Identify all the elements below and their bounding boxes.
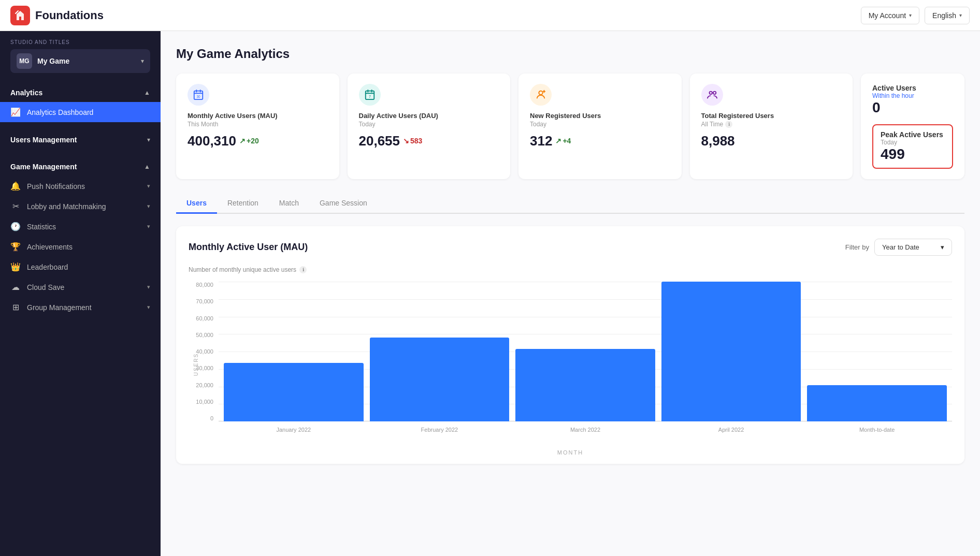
cloud-save-icon: ☁ xyxy=(10,282,21,292)
sidebar-item-achievements[interactable]: 🏆 Achievements xyxy=(0,237,161,257)
achievements-icon: 🏆 xyxy=(10,242,21,252)
push-notifications-chevron-icon: ▾ xyxy=(147,183,150,189)
layout: STUDIO AND TITLES MG My Game ▾ Analytics… xyxy=(0,31,980,556)
y-label-50k: 50,000 xyxy=(196,332,213,338)
account-chevron-icon: ▾ xyxy=(909,12,912,18)
logo-text: Foundations xyxy=(35,9,104,22)
info-icon[interactable]: ℹ xyxy=(725,121,732,128)
bar-mar xyxy=(515,349,655,421)
new-users-sublabel: Today xyxy=(530,121,670,128)
x-label-apr: April 2022 xyxy=(661,425,801,434)
statistics-chevron-icon: ▾ xyxy=(147,223,150,230)
game-management-section-header[interactable]: Game Management ▲ xyxy=(0,157,161,176)
dau-icon: 7 xyxy=(359,84,381,106)
lobby-matchmaking-chevron-icon: ▾ xyxy=(147,203,150,210)
tab-match[interactable]: Match xyxy=(269,194,309,214)
bar-group-feb xyxy=(370,282,510,421)
nav-right: My Account ▾ English ▾ xyxy=(861,7,970,24)
sidebar: STUDIO AND TITLES MG My Game ▾ Analytics… xyxy=(0,31,161,556)
filter-value: Year to Date xyxy=(882,243,919,251)
bar-group-mtd xyxy=(807,282,947,421)
stat-card-mau: 30 Monthly Active Users (MAU) This Month… xyxy=(176,74,339,179)
sidebar-item-statistics[interactable]: 🕐 Statistics ▾ xyxy=(0,216,161,237)
sidebar-item-push-notifications[interactable]: 🔔 Push Notifications ▾ xyxy=(0,176,161,196)
stat-cards-row: 30 Monthly Active Users (MAU) This Month… xyxy=(176,74,964,179)
statistics-icon: 🕐 xyxy=(10,222,21,231)
sidebar-item-analytics-dashboard[interactable]: 📈 Analytics Dashboard xyxy=(0,102,161,122)
group-management-chevron-icon: ▾ xyxy=(147,304,150,311)
sidebar-item-leaderboard[interactable]: 👑 Leaderboard xyxy=(0,257,161,277)
chart-header: Monthly Active User (MAU) Filter by Year… xyxy=(189,239,952,256)
y-label-60k: 60,000 xyxy=(196,315,213,321)
svg-point-10 xyxy=(539,91,542,95)
my-account-dropdown[interactable]: My Account ▾ xyxy=(861,7,919,24)
chart-section: Monthly Active User (MAU) Filter by Year… xyxy=(176,226,964,464)
svg-text:30: 30 xyxy=(196,95,200,98)
language-dropdown[interactable]: English ▾ xyxy=(925,7,970,24)
page-title: My Game Analytics xyxy=(176,47,964,61)
x-label-mtd: Month-to-date xyxy=(807,425,947,434)
x-axis-title: MONTH xyxy=(189,449,952,456)
logo-icon xyxy=(10,6,30,25)
users-management-chevron-icon: ▾ xyxy=(147,136,150,143)
dau-trend: ↘583 xyxy=(403,137,422,145)
cloud-save-label: Cloud Save xyxy=(27,283,64,291)
lobby-matchmaking-icon: ✂ xyxy=(10,201,21,211)
analytics-section-header[interactable]: Analytics ▲ xyxy=(0,83,161,102)
mau-trend: ↗+20 xyxy=(239,137,259,145)
total-users-sublabel: All Time ℹ xyxy=(701,121,842,128)
filter-select[interactable]: Year to Date ▾ xyxy=(874,239,952,256)
group-management-label: Group Management xyxy=(27,303,92,312)
dau-sublabel: Today xyxy=(359,121,499,128)
sidebar-item-cloud-save[interactable]: ☁ Cloud Save ▾ xyxy=(0,277,161,297)
chart-subtitle: Number of monthly unique active users ℹ xyxy=(189,266,952,273)
bar-group-apr xyxy=(661,282,801,421)
x-label-feb: February 2022 xyxy=(370,425,510,434)
bar-apr xyxy=(661,282,801,421)
language-label: English xyxy=(932,11,956,20)
chart-info-icon[interactable]: ℹ xyxy=(299,266,307,273)
lobby-matchmaking-label: Lobby and Matchmaking xyxy=(27,202,106,211)
studio-name: My Game xyxy=(37,57,136,65)
mau-icon: 30 xyxy=(188,84,209,106)
group-management-icon: ⊞ xyxy=(10,302,21,312)
svg-text:7: 7 xyxy=(369,95,371,98)
new-users-label: New Registered Users xyxy=(530,112,670,121)
bar-group-mar xyxy=(515,282,655,421)
studio-selector[interactable]: MG My Game ▾ xyxy=(10,49,150,73)
y-label-70k: 70,000 xyxy=(196,298,213,304)
chart-title: Monthly Active User (MAU) xyxy=(189,242,308,253)
statistics-label: Statistics xyxy=(27,223,56,231)
dau-label: Daily Active Users (DAU) xyxy=(359,112,499,121)
active-users-value: 0 xyxy=(872,99,953,116)
nav-section-analytics: Analytics ▲ 📈 Analytics Dashboard xyxy=(0,79,161,126)
sidebar-item-group-management[interactable]: ⊞ Group Management ▾ xyxy=(0,297,161,317)
dau-value: 20,655 ↘583 xyxy=(359,133,499,149)
tab-game-session[interactable]: Game Session xyxy=(309,194,378,214)
tab-retention[interactable]: Retention xyxy=(217,194,269,214)
sidebar-item-lobby-matchmaking[interactable]: ✂ Lobby and Matchmaking ▾ xyxy=(0,196,161,216)
users-management-title: Users Management xyxy=(10,136,77,144)
new-users-icon xyxy=(530,84,552,106)
push-notifications-label: Push Notifications xyxy=(27,182,85,191)
y-label-0: 0 xyxy=(210,415,213,421)
users-management-section-header[interactable]: Users Management ▾ xyxy=(0,130,161,149)
top-nav: Foundations My Account ▾ English ▾ xyxy=(0,0,980,31)
tab-users[interactable]: Users xyxy=(176,194,217,214)
active-users-section: Active Users Within the hour 0 xyxy=(872,84,953,116)
svg-point-13 xyxy=(709,92,712,95)
y-axis-title: USERS xyxy=(193,353,199,376)
total-users-value: 8,988 xyxy=(701,133,842,149)
bars-container xyxy=(219,282,952,421)
bar-mtd xyxy=(807,385,947,421)
mau-sublabel: This Month xyxy=(188,121,328,128)
stat-card-total-users: Total Registered Users All Time ℹ 8,988 xyxy=(690,74,853,179)
stat-card-new-users: New Registered Users Today 312 ↗+4 xyxy=(518,74,682,179)
total-users-icon xyxy=(701,84,723,106)
bar-jan xyxy=(224,363,364,421)
cloud-save-chevron-icon: ▾ xyxy=(147,284,150,290)
leaderboard-icon: 👑 xyxy=(10,262,21,272)
bar-feb xyxy=(370,338,510,421)
language-chevron-icon: ▾ xyxy=(959,12,962,18)
y-label-20k: 20,000 xyxy=(196,382,213,388)
